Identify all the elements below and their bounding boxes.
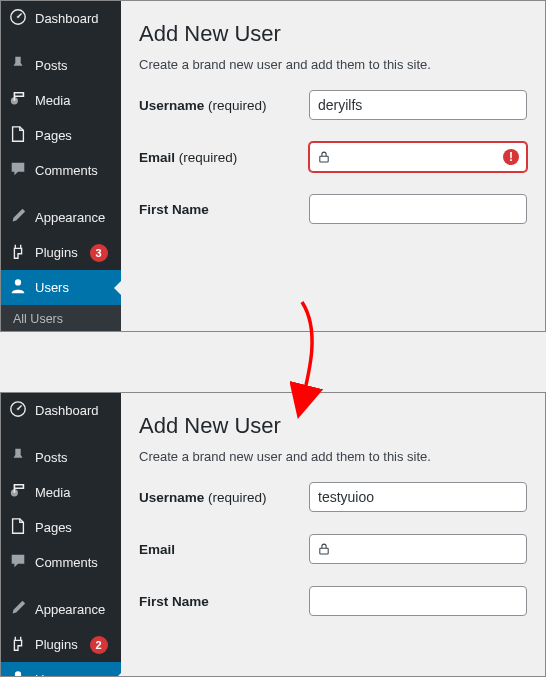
panel-after: Dashboard Posts Media Pages Comments App… — [0, 392, 546, 677]
sidebar-item-media[interactable]: Media — [1, 475, 121, 510]
email-label: Email — [139, 542, 309, 557]
plugin-icon — [9, 242, 27, 263]
dashboard-icon — [9, 400, 27, 421]
row-firstname: First Name — [139, 586, 527, 616]
sidebar-item-label: Appearance — [35, 602, 105, 617]
row-username: Username (required) — [139, 90, 527, 120]
sidebar-item-label: Dashboard — [35, 403, 99, 418]
plugin-icon — [9, 634, 27, 655]
sidebar-item-label: Users — [35, 672, 69, 676]
firstname-label: First Name — [139, 202, 309, 217]
user-icon — [9, 669, 27, 676]
sidebar-item-comments[interactable]: Comments — [1, 545, 121, 580]
page-title: Add New User — [139, 21, 527, 47]
sidebar-item-pages[interactable]: Pages — [1, 510, 121, 545]
sidebar-item-label: Comments — [35, 555, 98, 570]
firstname-input[interactable] — [309, 194, 527, 224]
page-icon — [9, 517, 27, 538]
firstname-label: First Name — [139, 594, 309, 609]
sidebar-item-label: Pages — [35, 520, 72, 535]
sidebar-item-appearance[interactable]: Appearance — [1, 200, 121, 235]
sidebar-item-label: Users — [35, 280, 69, 295]
page-title: Add New User — [139, 413, 527, 439]
sidebar-item-users[interactable]: Users — [1, 270, 121, 305]
sidebar-item-label: Media — [35, 93, 70, 108]
media-icon — [9, 482, 27, 503]
svg-point-6 — [17, 408, 20, 411]
username-input-wrap — [309, 482, 527, 512]
sidebar-item-label: Comments — [35, 163, 98, 178]
user-icon — [9, 277, 27, 298]
email-input-wrap — [309, 534, 527, 564]
page-description: Create a brand new user and add them to … — [139, 57, 527, 72]
sidebar-item-appearance[interactable]: Appearance — [1, 592, 121, 627]
row-email: Email — [139, 534, 527, 564]
main-content: Add New User Create a brand new user and… — [121, 393, 545, 676]
row-email: Email (required) ! — [139, 142, 527, 172]
sidebar-item-label: Plugins — [35, 245, 78, 260]
username-input-wrap — [309, 90, 527, 120]
email-input[interactable] — [309, 534, 527, 564]
brush-icon — [9, 207, 27, 228]
email-input[interactable] — [309, 142, 527, 172]
sidebar-item-plugins[interactable]: Plugins 2 — [1, 627, 121, 662]
sidebar-separator — [1, 580, 121, 592]
plugins-update-badge: 2 — [90, 636, 108, 654]
sidebar-item-posts[interactable]: Posts — [1, 48, 121, 83]
firstname-input-wrap — [309, 586, 527, 616]
panel-before: Dashboard Posts Media Pages Comments App… — [0, 0, 546, 332]
admin-sidebar: Dashboard Posts Media Pages Comments App… — [1, 393, 121, 676]
pin-icon — [9, 55, 27, 76]
sidebar-separator — [1, 428, 121, 440]
admin-sidebar: Dashboard Posts Media Pages Comments App… — [1, 1, 121, 331]
pin-icon — [9, 447, 27, 468]
comment-icon — [9, 552, 27, 573]
comment-icon — [9, 160, 27, 181]
username-input[interactable] — [309, 482, 527, 512]
firstname-input-wrap — [309, 194, 527, 224]
sidebar-item-label: Plugins — [35, 637, 78, 652]
sidebar-subitem-all-users[interactable]: All Users — [1, 305, 121, 331]
sidebar-item-media[interactable]: Media — [1, 83, 121, 118]
brush-icon — [9, 599, 27, 620]
sidebar-item-dashboard[interactable]: Dashboard — [1, 393, 121, 428]
sidebar-separator — [1, 36, 121, 48]
row-firstname: First Name — [139, 194, 527, 224]
sidebar-item-comments[interactable]: Comments — [1, 153, 121, 188]
username-label: Username (required) — [139, 490, 309, 505]
page-description: Create a brand new user and add them to … — [139, 449, 527, 464]
sidebar-item-label: Pages — [35, 128, 72, 143]
sidebar-separator — [1, 188, 121, 200]
email-input-wrap: ! — [309, 142, 527, 172]
sidebar-item-label: Posts — [35, 450, 68, 465]
username-label: Username (required) — [139, 98, 309, 113]
svg-point-1 — [17, 16, 20, 19]
sidebar-item-label: Media — [35, 485, 70, 500]
media-icon — [9, 90, 27, 111]
sidebar-item-plugins[interactable]: Plugins 3 — [1, 235, 121, 270]
svg-point-8 — [15, 671, 21, 676]
sidebar-item-dashboard[interactable]: Dashboard — [1, 1, 121, 36]
sidebar-item-pages[interactable]: Pages — [1, 118, 121, 153]
username-input[interactable] — [309, 90, 527, 120]
main-content: Add New User Create a brand new user and… — [121, 1, 545, 331]
sidebar-item-posts[interactable]: Posts — [1, 440, 121, 475]
plugins-update-badge: 3 — [90, 244, 108, 262]
sidebar-item-label: Dashboard — [35, 11, 99, 26]
sidebar-item-users[interactable]: Users — [1, 662, 121, 676]
dashboard-icon — [9, 8, 27, 29]
sidebar-item-label: Appearance — [35, 210, 105, 225]
svg-point-3 — [15, 279, 21, 285]
email-label: Email (required) — [139, 150, 309, 165]
sidebar-item-label: Posts — [35, 58, 68, 73]
row-username: Username (required) — [139, 482, 527, 512]
page-icon — [9, 125, 27, 146]
firstname-input[interactable] — [309, 586, 527, 616]
